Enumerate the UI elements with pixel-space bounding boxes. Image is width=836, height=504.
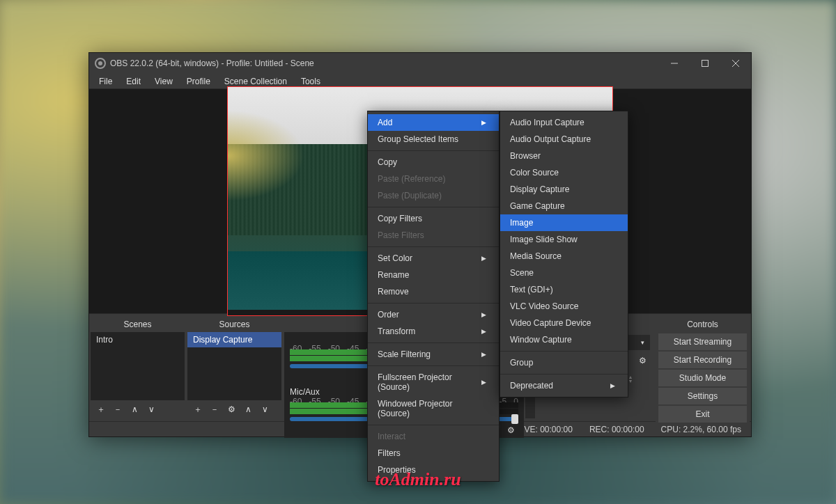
- gear-icon: ⚙: [639, 356, 647, 365]
- menu-item-copy[interactable]: Copy: [368, 154, 499, 171]
- window-title: OBS 22.0.2 (64-bit, windows) - Profile: …: [110, 58, 659, 68]
- svg-rect-1: [702, 61, 709, 67]
- menu-item-group[interactable]: Group: [500, 354, 628, 371]
- remove-scene-button[interactable]: －: [110, 402, 125, 417]
- channel-settings-button[interactable]: ⚙: [503, 423, 518, 438]
- spin-icons[interactable]: ▴▾: [629, 375, 632, 384]
- add-scene-button[interactable]: ＋: [93, 402, 109, 417]
- menu-item-windowed-projector-source-[interactable]: Windowed Projector (Source): [368, 395, 499, 422]
- menu-item-game-capture[interactable]: Game Capture: [500, 198, 628, 214]
- menu-item-scene[interactable]: Scene: [500, 265, 628, 281]
- settings-button[interactable]: Settings: [658, 388, 747, 404]
- menu-item-add[interactable]: Add▶: [368, 114, 499, 131]
- menu-item-deprecated[interactable]: Deprecated▶: [500, 377, 628, 394]
- source-down-button[interactable]: ∨: [257, 402, 272, 417]
- chevron-right-icon: ▶: [481, 119, 486, 126]
- menu-item-display-capture[interactable]: Display Capture: [500, 181, 628, 198]
- studio-mode-button[interactable]: Studio Mode: [658, 370, 747, 386]
- menu-item-remove[interactable]: Remove: [368, 283, 499, 300]
- menu-item-image-slide-show[interactable]: Image Slide Show: [500, 231, 628, 248]
- menu-item-media-source[interactable]: Media Source: [500, 248, 628, 265]
- menu-item-audio-input-capture[interactable]: Audio Input Capture: [500, 114, 628, 131]
- menu-item-fullscreen-projector-source-[interactable]: Fullscreen Projector (Source)▶: [368, 369, 499, 395]
- titlebar[interactable]: OBS 22.0.2 (64-bit, windows) - Profile: …: [89, 53, 751, 74]
- channel-name: Mic/Aux: [290, 387, 320, 397]
- status-rec: REC: 00:00:00: [589, 425, 644, 434]
- start-recording-button[interactable]: Start Recording: [658, 352, 747, 368]
- chevron-right-icon: ▶: [481, 351, 486, 358]
- chevron-right-icon: ▶: [481, 255, 486, 262]
- menu-item-paste-duplicate-: Paste (Duplicate): [368, 187, 499, 204]
- menu-item-group-selected-items[interactable]: Group Selected Items: [368, 131, 499, 148]
- source-settings-button[interactable]: ⚙: [224, 402, 239, 417]
- scenes-panel: Scenes Intro ＋ － ∧ ∨: [91, 317, 185, 418]
- menu-item-image[interactable]: Image: [500, 214, 628, 231]
- sources-header: Sources: [187, 317, 281, 332]
- watermark-text: toAdmin.ru: [375, 469, 461, 490]
- sources-list[interactable]: Display Capture: [187, 332, 281, 400]
- menu-item-set-color[interactable]: Set Color▶: [368, 250, 499, 267]
- close-button[interactable]: [720, 53, 751, 74]
- menu-item-transform[interactable]: Transform▶: [368, 323, 499, 340]
- menu-view[interactable]: View: [148, 74, 180, 88]
- gear-icon: ⚙: [228, 404, 235, 414]
- menu-item-window-capture[interactable]: Window Capture: [500, 331, 628, 348]
- menu-item-scale-filtering[interactable]: Scale Filtering▶: [368, 346, 499, 363]
- menu-item-order[interactable]: Order▶: [368, 306, 499, 323]
- scenes-list[interactable]: Intro: [91, 332, 185, 400]
- chevron-down-icon: ▾: [641, 339, 644, 346]
- add-source-submenu[interactable]: Audio Input CaptureAudio Output CaptureB…: [500, 111, 628, 397]
- controls-panel: Controls Start StreamingStart RecordingS…: [656, 317, 750, 418]
- menu-item-audio-output-capture[interactable]: Audio Output Capture: [500, 131, 628, 148]
- menu-item-text-gdi-[interactable]: Text (GDI+): [500, 281, 628, 298]
- chevron-right-icon: ▶: [481, 379, 486, 386]
- menu-item-vlc-video-source[interactable]: VLC Video Source: [500, 298, 628, 315]
- add-source-button[interactable]: ＋: [190, 402, 206, 417]
- source-item[interactable]: Display Capture: [187, 332, 281, 347]
- transition-settings-button[interactable]: ⚙: [635, 353, 650, 368]
- menu-item-interact: Interact: [368, 428, 499, 445]
- menu-item-copy-filters[interactable]: Copy Filters: [368, 210, 499, 227]
- minimize-button[interactable]: [659, 53, 690, 74]
- menu-edit[interactable]: Edit: [119, 74, 148, 88]
- scenes-header: Scenes: [91, 317, 185, 332]
- menu-file[interactable]: File: [92, 74, 119, 88]
- menu-profile[interactable]: Profile: [180, 74, 217, 88]
- scene-up-button[interactable]: ∧: [127, 402, 142, 417]
- status-cpu: CPU: 2.2%, 60.00 fps: [661, 425, 741, 434]
- scene-item[interactable]: Intro: [91, 332, 185, 347]
- chevron-right-icon: ▶: [610, 382, 615, 389]
- menu-item-paste-filters: Paste Filters: [368, 227, 499, 244]
- chevron-right-icon: ▶: [481, 311, 486, 318]
- exit-button[interactable]: Exit: [658, 406, 747, 423]
- menu-item-paste-reference-: Paste (Reference): [368, 171, 499, 187]
- source-context-menu[interactable]: Add▶Group Selected ItemsCopyPaste (Refer…: [367, 111, 500, 482]
- app-icon: [95, 58, 106, 69]
- start-streaming-button[interactable]: Start Streaming: [658, 333, 747, 350]
- menu-item-browser[interactable]: Browser: [500, 148, 628, 164]
- remove-source-button[interactable]: －: [207, 402, 222, 417]
- source-up-button[interactable]: ∧: [240, 402, 256, 417]
- controls-header: Controls: [656, 317, 750, 332]
- menu-item-video-capture-device[interactable]: Video Capture Device: [500, 315, 628, 331]
- menu-item-color-source[interactable]: Color Source: [500, 164, 628, 181]
- status-live: LIVE: 00:00:00: [517, 425, 572, 434]
- menu-item-filters[interactable]: Filters: [368, 445, 499, 462]
- maximize-button[interactable]: [690, 53, 720, 74]
- chevron-right-icon: ▶: [481, 328, 486, 335]
- sources-panel: Sources Display Capture ＋ － ⚙ ∧ ∨: [187, 317, 281, 418]
- scene-down-button[interactable]: ∨: [144, 402, 159, 417]
- menu-item-rename[interactable]: Rename: [368, 267, 499, 283]
